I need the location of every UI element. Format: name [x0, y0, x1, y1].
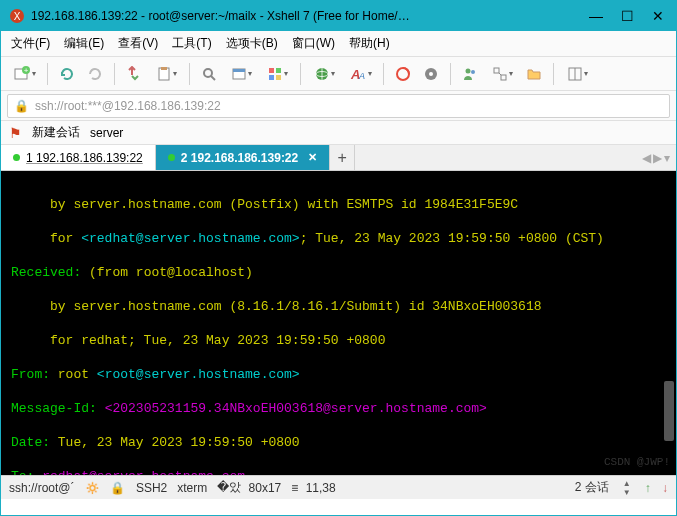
- session-bar: ⚑ 新建会话 server: [1, 121, 676, 145]
- address-input[interactable]: 🔒 ssh://root:***@192.168.186.139:22: [7, 94, 670, 118]
- status-term: xterm: [177, 481, 207, 495]
- menu-file[interactable]: 文件(F): [11, 35, 50, 52]
- svg-point-7: [204, 69, 212, 77]
- tunnel-button[interactable]: ▾: [485, 61, 519, 87]
- separator: [300, 63, 301, 85]
- svg-rect-26: [501, 75, 506, 80]
- svg-rect-13: [269, 75, 274, 80]
- close-button[interactable]: ✕: [652, 8, 664, 24]
- bookmark-icon[interactable]: ⚑: [9, 125, 22, 141]
- title-bar: X 192.168.186.139:22 - root@server:~/mai…: [1, 1, 676, 31]
- toolbar: +▾ ▾ ▾ ▾ ▾ AA▾ ▾ ▾: [1, 57, 676, 91]
- address-text: ssh://root:***@192.168.186.139:22: [35, 99, 221, 113]
- separator: [47, 63, 48, 85]
- globe-button[interactable]: ▾: [307, 61, 341, 87]
- status-dot-icon: [13, 154, 20, 161]
- status-path: ssh://root@´: [9, 481, 75, 495]
- svg-text:A: A: [358, 71, 365, 81]
- tab-2[interactable]: 2 192.168.186.139:22 ✕: [156, 145, 330, 170]
- paste-button[interactable]: ▾: [149, 61, 183, 87]
- menu-bar: 文件(F) 编辑(E) 查看(V) 工具(T) 选项卡(B) 窗口(W) 帮助(…: [1, 31, 676, 57]
- status-size: �았 80x17: [217, 479, 281, 496]
- font-button[interactable]: AA▾: [343, 61, 377, 87]
- svg-point-22: [429, 72, 433, 76]
- menu-help[interactable]: 帮助(H): [349, 35, 390, 52]
- svg-rect-6: [161, 67, 167, 70]
- session-name[interactable]: server: [90, 126, 123, 140]
- maximize-button[interactable]: ☐: [621, 8, 634, 24]
- menu-view[interactable]: 查看(V): [118, 35, 158, 52]
- tab-add-button[interactable]: +: [330, 145, 355, 170]
- scrollbar-thumb[interactable]: [664, 381, 674, 441]
- copy-button[interactable]: [121, 61, 147, 87]
- tab-2-label: 2 192.168.186.139:22: [181, 151, 298, 165]
- status-bar: ssh://root@´ 🔅 🔒 SSH2 xterm �았 80x17 ≡ 1…: [1, 475, 676, 499]
- status-sessions-menu[interactable]: ▲▼: [623, 479, 631, 497]
- minimize-button[interactable]: —: [589, 8, 603, 24]
- new-session-button[interactable]: +▾: [7, 61, 41, 87]
- svg-rect-10: [233, 69, 245, 72]
- folder-button[interactable]: [521, 61, 547, 87]
- key-button[interactable]: [418, 61, 444, 87]
- properties-button[interactable]: ▾: [224, 61, 258, 87]
- status-proto: 🔒 SSH2: [110, 481, 168, 495]
- status-sessions: 2 会话: [575, 479, 609, 496]
- menu-tools[interactable]: 工具(T): [172, 35, 211, 52]
- svg-rect-12: [276, 68, 281, 73]
- tab-nav: ◀ ▶ ▾: [636, 145, 676, 170]
- tab-close-icon[interactable]: ✕: [308, 151, 317, 164]
- color-button[interactable]: ▾: [260, 61, 294, 87]
- status-pos: ≡ 11,38: [291, 481, 335, 495]
- watermark: CSDN @JWP!: [604, 454, 670, 471]
- svg-line-27: [499, 73, 501, 75]
- users-button[interactable]: [457, 61, 483, 87]
- script-button[interactable]: [390, 61, 416, 87]
- window-title: 192.168.186.139:22 - root@server:~/mailx…: [31, 9, 589, 23]
- svg-rect-14: [276, 75, 281, 80]
- layout-button[interactable]: ▾: [560, 61, 594, 87]
- status-dot-icon: [168, 154, 175, 161]
- svg-text:X: X: [14, 11, 21, 22]
- separator: [450, 63, 451, 85]
- tab-1[interactable]: 1 192.168.186.139:22: [1, 145, 156, 170]
- tab-next-icon[interactable]: ▶: [653, 151, 662, 165]
- svg-text:+: +: [23, 66, 28, 75]
- new-session-link[interactable]: 新建会话: [32, 124, 80, 141]
- lock-icon: 🔒: [14, 99, 29, 113]
- menu-window[interactable]: 窗口(W): [292, 35, 335, 52]
- status-lock-icon: 🔅: [85, 481, 100, 495]
- svg-point-24: [471, 70, 475, 74]
- tab-prev-icon[interactable]: ◀: [642, 151, 651, 165]
- menu-edit[interactable]: 编辑(E): [64, 35, 104, 52]
- menu-tabs[interactable]: 选项卡(B): [226, 35, 278, 52]
- app-icon: X: [9, 8, 25, 24]
- separator: [114, 63, 115, 85]
- address-bar: 🔒 ssh://root:***@192.168.186.139:22: [1, 91, 676, 121]
- svg-point-23: [466, 68, 471, 73]
- tab-menu-icon[interactable]: ▾: [664, 151, 670, 165]
- svg-rect-11: [269, 68, 274, 73]
- separator: [189, 63, 190, 85]
- separator: [383, 63, 384, 85]
- svg-line-8: [211, 76, 215, 80]
- find-button[interactable]: [196, 61, 222, 87]
- tab-strip: 1 192.168.186.139:22 2 192.168.186.139:2…: [1, 145, 676, 171]
- reconnect-button[interactable]: [54, 61, 80, 87]
- disconnect-button[interactable]: [82, 61, 108, 87]
- separator: [553, 63, 554, 85]
- terminal[interactable]: by server.hostname.com (Postfix) with ES…: [1, 171, 676, 475]
- tab-1-label: 1 192.168.186.139:22: [26, 151, 143, 165]
- status-net: ↑ ↓: [645, 481, 668, 495]
- svg-rect-25: [494, 68, 499, 73]
